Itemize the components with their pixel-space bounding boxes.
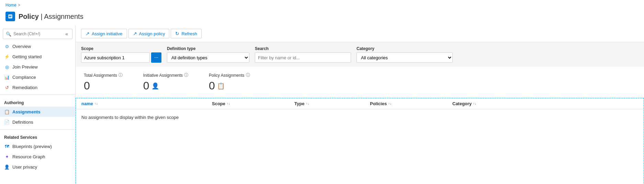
scope-input[interactable] — [81, 52, 150, 63]
page-title-bar: Policy | Assignments — [0, 10, 644, 25]
toolbar: ↗ Assign initiative ↗ Assign policy ↻ Re… — [76, 25, 644, 42]
initiative-assignments-value: 0 — [143, 79, 149, 92]
definition-type-select[interactable]: All definition types Initiative Policy — [167, 52, 249, 63]
assignments-table: name ↑↓ Scope ↑↓ Type ↑↓ Policies ↑↓ Cat… — [76, 98, 644, 184]
scope-filter-group: Scope ⋯ — [81, 46, 161, 63]
category-label: Category — [357, 46, 453, 51]
table-empty-message: No assignments to display within the giv… — [76, 109, 644, 125]
sidebar-item-label: Join Preview — [12, 64, 38, 70]
assign-initiative-button[interactable]: ↗ Assign initiative — [81, 29, 127, 38]
initiative-assignments-label: Initiative Assignments ⓘ — [143, 72, 188, 78]
breadcrumb-separator: > — [18, 3, 20, 8]
sidebar-item-label: Compliance — [12, 75, 36, 80]
sidebar-item-definitions[interactable]: 📄 Definitions — [0, 117, 75, 127]
remediation-icon: ↺ — [4, 85, 10, 90]
sidebar-item-label: Definitions — [12, 120, 33, 125]
sidebar-item-label: Assignments — [12, 109, 41, 114]
sidebar-item-resource-graph[interactable]: ✦ Resource Graph — [0, 151, 75, 162]
compliance-icon: 📊 — [4, 74, 10, 80]
sidebar-item-getting-started[interactable]: ⚡ Getting started — [0, 51, 75, 62]
refresh-icon: ↻ — [175, 31, 179, 36]
assign-policy-icon: ↗ — [133, 31, 137, 36]
refresh-button[interactable]: ↻ Refresh — [171, 29, 202, 38]
collapse-button[interactable]: « — [64, 30, 69, 37]
getting-started-icon: ⚡ — [4, 54, 10, 59]
scope-select-icon: ⋯ — [154, 55, 158, 60]
name-sort-icon[interactable]: ↑↓ — [94, 102, 98, 106]
resource-graph-icon: ✦ — [4, 154, 10, 159]
definition-type-label: Definition type — [167, 46, 249, 51]
sidebar: 🔍 « ⊙ Overview ⚡ Getting started ◎ Join … — [0, 25, 76, 184]
sidebar-item-label: Overview — [12, 44, 31, 49]
policy-assignments-stat: Policy Assignments ⓘ 0 📋 — [209, 72, 250, 92]
total-assignments-value: 0 — [84, 79, 90, 92]
initiative-assignments-stat: Initiative Assignments ⓘ 0 👤 — [143, 72, 188, 92]
total-assignments-info-icon[interactable]: ⓘ — [118, 72, 123, 78]
stats-bar: Total Assignments ⓘ 0 Initiative Assignm… — [76, 67, 644, 98]
overview-icon: ⊙ — [4, 44, 10, 49]
policy-assignments-icon: 📋 — [217, 82, 225, 90]
sidebar-divider-related — [0, 129, 75, 130]
filter-bar: Scope ⋯ Definition type All definition t… — [76, 42, 644, 67]
definition-type-filter-group: Definition type All definition types Ini… — [167, 46, 249, 63]
breadcrumb-home[interactable]: Home — [5, 3, 16, 8]
column-header-category[interactable]: Category ↑↓ — [452, 101, 638, 106]
sidebar-divider-authoring — [0, 95, 75, 95]
scope-input-row: ⋯ — [81, 52, 161, 63]
authoring-section-label: Authoring — [0, 97, 75, 107]
blueprints-icon: 🗺 — [4, 144, 10, 149]
search-filter-input[interactable] — [255, 52, 351, 63]
policy-assignments-label: Policy Assignments ⓘ — [209, 72, 250, 78]
category-sort-icon[interactable]: ↑↓ — [473, 102, 476, 106]
definitions-icon: 📄 — [4, 119, 10, 125]
sidebar-item-remediation[interactable]: ↺ Remediation — [0, 82, 75, 93]
sidebar-item-label: Blueprints (preview) — [12, 144, 52, 149]
assign-initiative-icon: ↗ — [86, 31, 90, 36]
column-header-name[interactable]: name ↑↓ — [81, 101, 212, 106]
scope-sort-icon[interactable]: ↑↓ — [227, 102, 230, 106]
column-header-policies[interactable]: Policies ↑↓ — [370, 101, 452, 106]
join-preview-icon: ◎ — [4, 64, 10, 70]
breadcrumb: Home > — [0, 0, 644, 10]
policy-assignments-value: 0 — [209, 79, 215, 92]
sidebar-item-label: Getting started — [12, 54, 42, 59]
category-filter-group: Category All categories — [357, 46, 453, 63]
policies-sort-icon[interactable]: ↑↓ — [388, 102, 392, 106]
user-privacy-icon: 👤 — [4, 164, 10, 170]
sidebar-item-user-privacy[interactable]: 👤 User privacy — [0, 162, 75, 172]
sidebar-search-container: 🔍 « — [3, 29, 72, 39]
search-label: Search — [255, 46, 351, 51]
total-assignments-stat: Total Assignments ⓘ 0 — [84, 72, 123, 92]
search-filter-group: Search — [255, 46, 351, 63]
sidebar-item-blueprints[interactable]: 🗺 Blueprints (preview) — [0, 141, 75, 151]
search-input[interactable] — [13, 32, 62, 36]
sidebar-item-overview[interactable]: ⊙ Overview — [0, 41, 75, 51]
assignments-icon: 📋 — [4, 109, 10, 114]
type-sort-icon[interactable]: ↑↓ — [306, 102, 309, 106]
table-header: name ↑↓ Scope ↑↓ Type ↑↓ Policies ↑↓ Cat… — [76, 98, 644, 109]
total-assignments-label: Total Assignments ⓘ — [84, 72, 123, 78]
sidebar-item-label: Resource Graph — [12, 154, 45, 159]
sidebar-item-label: Remediation — [12, 85, 37, 90]
page-title: Policy | Assignments — [19, 13, 83, 21]
sidebar-item-compliance[interactable]: 📊 Compliance — [0, 72, 75, 82]
column-header-scope[interactable]: Scope ↑↓ — [212, 101, 294, 106]
initiative-assignments-icon: 👤 — [151, 82, 159, 90]
scope-select-button[interactable]: ⋯ — [151, 52, 161, 63]
main-content: ↗ Assign initiative ↗ Assign policy ↻ Re… — [76, 25, 644, 184]
category-select[interactable]: All categories — [357, 52, 453, 63]
search-icon: 🔍 — [6, 32, 11, 37]
sidebar-item-assignments[interactable]: 📋 Assignments — [0, 107, 75, 117]
related-section-label: Related Services — [0, 132, 75, 141]
policy-assignments-info-icon[interactable]: ⓘ — [246, 72, 250, 78]
initiative-assignments-info-icon[interactable]: ⓘ — [184, 72, 188, 78]
policy-icon — [5, 12, 15, 21]
sidebar-item-join-preview[interactable]: ◎ Join Preview — [0, 62, 75, 72]
assign-policy-button[interactable]: ↗ Assign policy — [128, 29, 170, 38]
sidebar-item-label: User privacy — [12, 164, 37, 170]
scope-label: Scope — [81, 46, 161, 51]
column-header-type[interactable]: Type ↑↓ — [294, 101, 370, 106]
svg-rect-0 — [8, 14, 12, 19]
